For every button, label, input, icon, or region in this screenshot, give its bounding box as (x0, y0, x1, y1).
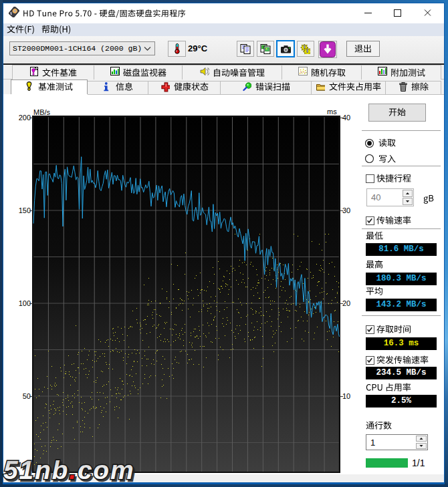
svg-text:51nb.com: 51nb.com (3, 456, 134, 484)
